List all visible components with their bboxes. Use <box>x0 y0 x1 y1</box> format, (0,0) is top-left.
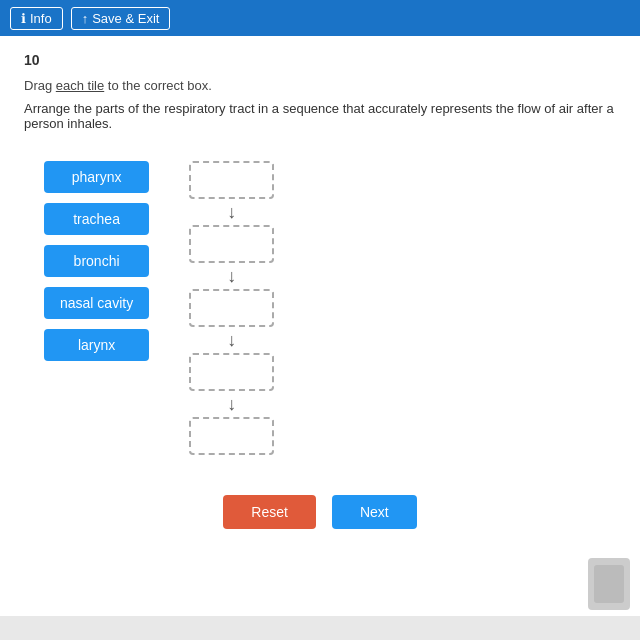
top-bar: ℹ Info ↑ Save & Exit <box>0 0 640 36</box>
arrow-1: ↓ <box>227 203 236 221</box>
drop-box-5[interactable] <box>189 417 274 455</box>
instruction-text: Drag each tile to the correct box. <box>24 78 616 93</box>
info-icon: ℹ <box>21 11 26 26</box>
reset-button[interactable]: Reset <box>223 495 316 529</box>
arrow-3: ↓ <box>227 331 236 349</box>
instruction-underline: each tile <box>56 78 104 93</box>
save-exit-button[interactable]: ↑ Save & Exit <box>71 7 171 30</box>
save-icon: ↑ <box>82 11 89 26</box>
arrow-2: ↓ <box>227 267 236 285</box>
drop-box-3[interactable] <box>189 289 274 327</box>
tile-trachea[interactable]: trachea <box>44 203 149 235</box>
tiles-column: pharynx trachea bronchi nasal cavity lar… <box>44 161 149 361</box>
help-widget[interactable] <box>588 558 630 610</box>
main-content: 10 Drag each tile to the correct box. Ar… <box>0 36 640 616</box>
info-label: Info <box>30 11 52 26</box>
help-widget-inner <box>594 565 624 603</box>
tile-larynx[interactable]: larynx <box>44 329 149 361</box>
next-button[interactable]: Next <box>332 495 417 529</box>
description-text: Arrange the parts of the respiratory tra… <box>24 101 616 131</box>
bottom-buttons: Reset Next <box>24 495 616 529</box>
tile-nasal-cavity[interactable]: nasal cavity <box>44 287 149 319</box>
drop-box-4[interactable] <box>189 353 274 391</box>
drop-column: ↓ ↓ ↓ ↓ <box>189 161 274 455</box>
info-button[interactable]: ℹ Info <box>10 7 63 30</box>
exercise-area: pharynx trachea bronchi nasal cavity lar… <box>44 151 616 455</box>
drop-box-2[interactable] <box>189 225 274 263</box>
drop-box-1[interactable] <box>189 161 274 199</box>
tile-bronchi[interactable]: bronchi <box>44 245 149 277</box>
arrow-4: ↓ <box>227 395 236 413</box>
tile-pharynx[interactable]: pharynx <box>44 161 149 193</box>
question-number: 10 <box>24 52 616 68</box>
save-exit-label: Save & Exit <box>92 11 159 26</box>
